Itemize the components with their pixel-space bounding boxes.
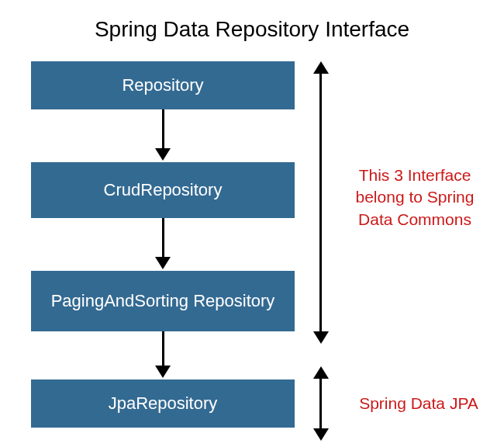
box-paging-sorting-repository: PagingAndSorting Repository — [31, 271, 295, 331]
arrow-down-icon — [159, 331, 167, 379]
double-arrow-icon — [319, 379, 322, 428]
box-jpa-repository: JpaRepository — [31, 379, 295, 428]
diagram-container: Repository CrudRepository PagingAndSorti… — [0, 50, 504, 438]
double-arrow-icon — [319, 74, 322, 331]
arrow-down-icon — [159, 109, 167, 162]
box-repository: Repository — [31, 61, 295, 109]
box-repository-label: Repository — [122, 74, 203, 96]
annotation-commons: This 3 Interface belong to Spring Data C… — [341, 165, 488, 230]
diagram-title: Spring Data Repository Interface — [0, 0, 504, 50]
arrow-down-icon — [159, 218, 167, 271]
box-crud-repository-label: CrudRepository — [104, 179, 223, 201]
box-jpa-repository-label: JpaRepository — [109, 393, 218, 414]
box-paging-sorting-repository-label: PagingAndSorting Repository — [51, 290, 275, 312]
annotation-jpa: Spring Data JPA — [345, 393, 492, 414]
box-crud-repository: CrudRepository — [31, 162, 295, 218]
